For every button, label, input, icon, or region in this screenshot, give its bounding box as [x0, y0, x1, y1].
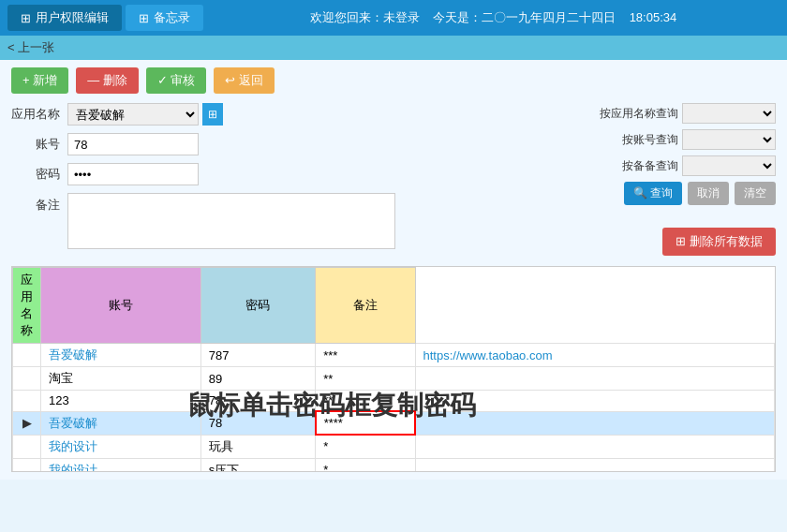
data-table: 应用名称 账号 密码 备注 吾爱破解787***https://www.taob… — [12, 267, 775, 472]
form-left: 应用名称 吾爱破解 ⊞ 账号 密码 备注 — [11, 103, 504, 257]
cell-app: 123 — [41, 391, 201, 412]
form-right: 按应用名称查询 按账号查询 按备备查询 🔍 查询 取消 清空 — [513, 103, 776, 257]
cell-password[interactable]: * — [316, 435, 415, 458]
cell-account: 89 — [200, 367, 315, 391]
delete-all-button[interactable]: ⊞ 删除所有数据 — [662, 228, 776, 256]
app-link[interactable]: 吾爱破解 — [49, 416, 97, 430]
cell-note — [415, 411, 775, 435]
grid-icon: ⊞ — [21, 11, 31, 25]
table-body: 吾爱破解787***https://www.taobao.com淘宝89**12… — [13, 344, 775, 473]
cell-note: https://www.taobao.com — [415, 344, 775, 367]
cancel-button[interactable]: 取消 — [688, 182, 729, 205]
cell-password[interactable]: ** — [316, 391, 415, 412]
app-name-label: 应用名称 — [11, 106, 67, 123]
query-note-row: 按备备查询 — [513, 155, 776, 176]
account-label: 账号 — [11, 136, 67, 153]
app-link[interactable]: 我的设计 — [49, 463, 97, 473]
row-marker — [13, 458, 41, 472]
table-header-row: 应用名称 账号 密码 备注 — [13, 268, 775, 344]
password-input[interactable] — [67, 163, 199, 185]
audit-button[interactable]: ✓ 审核 — [146, 67, 207, 94]
grid-button[interactable]: ⊞ — [202, 103, 223, 126]
welcome-text: 欢迎您回来：未登录 今天是：二〇一九年四月二十四日 18:05:34 — [207, 9, 780, 26]
note-row: 备注 — [11, 193, 504, 249]
table-row[interactable]: 12378** — [13, 391, 775, 412]
query-note-select[interactable] — [682, 155, 776, 176]
row-marker — [13, 435, 41, 458]
col-header-note: 备注 — [316, 268, 415, 344]
delete-button[interactable]: — 删除 — [76, 67, 139, 94]
app-link[interactable]: 我的设计 — [49, 439, 97, 453]
cell-app: 吾爱破解 — [41, 411, 201, 435]
row-marker — [13, 391, 41, 412]
app-link[interactable]: 吾爱破解 — [49, 347, 97, 362]
top-bar: ⊞ 用户权限编辑 ⊞ 备忘录 欢迎您回来：未登录 今天是：二〇一九年四月二十四日… — [0, 0, 787, 36]
cell-password[interactable]: **** — [316, 411, 415, 435]
query-note-label: 按备备查询 — [622, 158, 678, 174]
query-name-select[interactable] — [682, 103, 776, 124]
app-name-select-wrap: 吾爱破解 ⊞ — [67, 103, 223, 126]
cell-password[interactable]: *** — [316, 344, 415, 367]
tab-memo[interactable]: ⊞ 备忘录 — [126, 5, 203, 31]
back-button[interactable]: < 上一张 — [7, 39, 54, 56]
query-account-row: 按账号查询 — [513, 129, 776, 150]
cell-account: 玩具 — [200, 435, 315, 458]
table-row[interactable]: 我的设计玩具* — [13, 435, 775, 458]
account-input[interactable] — [67, 133, 199, 155]
grid-icon-2: ⊞ — [139, 11, 149, 25]
cell-account: 78 — [200, 411, 315, 435]
query-account-select[interactable] — [682, 129, 776, 150]
row-marker — [13, 367, 41, 391]
note-link[interactable]: https://www.taobao.com — [423, 348, 553, 362]
query-button[interactable]: 🔍 查询 — [624, 182, 682, 205]
cell-password[interactable]: ** — [316, 367, 415, 391]
delete-all-icon: ⊞ — [676, 234, 690, 248]
add-button[interactable]: + 新增 — [11, 67, 68, 94]
query-name-row: 按应用名称查询 — [513, 103, 776, 124]
col-header-app: 应用名称 — [13, 268, 41, 344]
query-name-label: 按应用名称查询 — [600, 106, 678, 122]
table-row[interactable]: 吾爱破解787***https://www.taobao.com — [13, 344, 775, 367]
cell-app: 吾爱破解 — [41, 344, 201, 367]
cell-app: 我的设计 — [41, 435, 201, 458]
table-row[interactable]: 淘宝89** — [13, 367, 775, 391]
app-name-row: 应用名称 吾爱破解 ⊞ — [11, 103, 504, 126]
account-row: 账号 — [11, 133, 504, 155]
clear-button[interactable]: 清空 — [735, 182, 776, 205]
table-row[interactable]: ▶吾爱破解78**** — [13, 411, 775, 435]
toolbar: + 新增 — 删除 ✓ 审核 ↩ 返回 — [11, 67, 776, 94]
nav-bar: < 上一张 — [0, 36, 787, 60]
table-wrap: 应用名称 账号 密码 备注 吾爱破解787***https://www.taob… — [11, 266, 776, 472]
row-marker — [13, 344, 41, 367]
cell-app: 淘宝 — [41, 367, 201, 391]
password-label: 密码 — [11, 166, 67, 183]
note-label: 备注 — [11, 193, 67, 214]
main-content: + 新增 — 删除 ✓ 审核 ↩ 返回 应用名称 吾爱破解 ⊞ 账号 密码 — [0, 60, 787, 480]
query-account-label: 按账号查询 — [622, 132, 678, 148]
form-area: 应用名称 吾爱破解 ⊞ 账号 密码 备注 — [11, 103, 776, 257]
cell-note — [415, 435, 775, 458]
cell-password[interactable]: * — [316, 458, 415, 472]
tab-user-permission[interactable]: ⊞ 用户权限编辑 — [7, 5, 122, 31]
cell-app: 我的设计 — [41, 458, 201, 472]
return-button[interactable]: ↩ 返回 — [214, 67, 275, 94]
query-btn-row: 🔍 查询 取消 清空 — [513, 182, 776, 205]
cell-note — [415, 458, 775, 472]
col-header-password: 密码 — [200, 268, 315, 344]
col-header-account: 账号 — [41, 268, 201, 344]
note-input[interactable] — [67, 193, 395, 249]
cell-note — [415, 391, 775, 412]
cell-account: 78 — [200, 391, 315, 412]
cell-account: s压下 — [200, 458, 315, 472]
password-row: 密码 — [11, 163, 504, 185]
app-name-select[interactable]: 吾爱破解 — [67, 103, 199, 126]
row-marker: ▶ — [13, 411, 41, 435]
cell-account: 787 — [200, 344, 315, 367]
table-row[interactable]: 我的设计s压下* — [13, 458, 775, 472]
cell-note — [415, 367, 775, 391]
